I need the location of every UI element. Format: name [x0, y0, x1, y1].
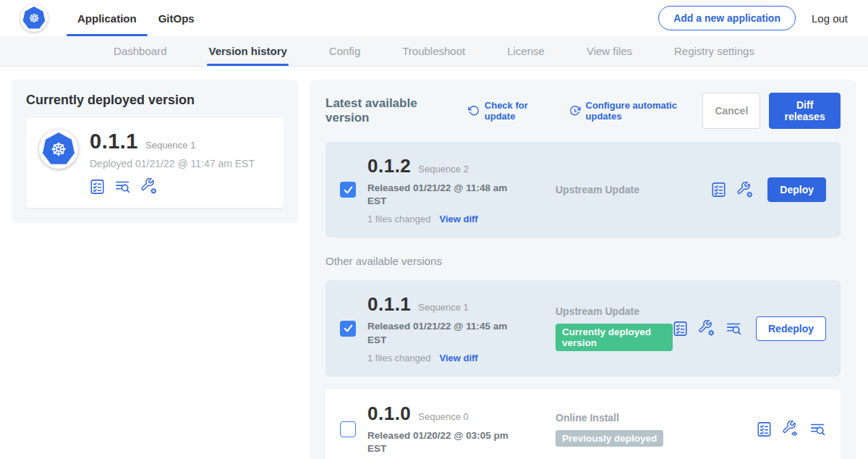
- version-number: 0.1.0: [367, 403, 411, 425]
- tab-gitops[interactable]: GitOps: [148, 0, 205, 36]
- preflight-checks-icon[interactable]: [90, 179, 105, 195]
- version-row-0-1-0: 0.1.0 Sequence 0 Released 01/20/22 @ 03:…: [326, 389, 841, 459]
- preflight-checks-icon[interactable]: [673, 321, 688, 337]
- files-changed-label: 1 files changed: [367, 214, 430, 224]
- view-logs-icon[interactable]: [726, 321, 742, 336]
- view-logs-icon[interactable]: [810, 421, 826, 437]
- app-sub-nav: Dashboard Version history Config Trouble…: [0, 36, 868, 67]
- subnav-license[interactable]: License: [507, 36, 545, 66]
- subnav-troubleshoot[interactable]: Troubleshoot: [402, 36, 465, 66]
- version-source-label: Upstream Update: [556, 184, 711, 195]
- subnav-view-files[interactable]: View files: [587, 36, 632, 66]
- view-config-icon[interactable]: [783, 421, 799, 437]
- redeploy-button[interactable]: Redeploy: [756, 316, 826, 341]
- deployed-timestamp: Deployed 01/21/22 @ 11:47 am EST: [90, 158, 255, 169]
- version-number: 0.1.1: [367, 293, 411, 316]
- previously-deployed-badge: Previously deployed: [556, 430, 663, 447]
- available-versions-panel: Latest available version Check for updat…: [310, 80, 856, 459]
- deployed-version-card: ☸ 0.1.1 Sequence 1 Deployed 01/21/22 @ 1…: [26, 118, 284, 208]
- other-versions-title: Other available versions: [326, 255, 841, 267]
- edit-config-icon[interactable]: [141, 178, 158, 195]
- files-changed-label: 1 files changed: [367, 353, 430, 363]
- kubernetes-logo-icon: ☸: [22, 7, 46, 30]
- released-timestamp: Released 01/21/22 @ 11:45 am EST: [367, 320, 512, 346]
- view-diff-link[interactable]: View diff: [439, 214, 477, 224]
- available-versions-header: Latest available version Check for updat…: [326, 93, 841, 129]
- sequence-label: Sequence 1: [418, 302, 468, 313]
- version-number: 0.1.2: [367, 155, 411, 177]
- subnav-registry-settings[interactable]: Registry settings: [674, 36, 754, 66]
- app-icon: ☸: [39, 130, 78, 169]
- currently-deployed-title: Currently deployed version: [26, 93, 284, 108]
- version-checkbox[interactable]: [340, 182, 356, 198]
- clock-refresh-icon: [569, 105, 581, 117]
- currently-deployed-panel: Currently deployed version ☸ 0.1.1 Seque…: [12, 80, 298, 224]
- subnav-version-history[interactable]: Version history: [208, 36, 286, 66]
- edit-config-icon[interactable]: [699, 320, 715, 337]
- top-nav: ☸ Application GitOps Add a new applicati…: [0, 0, 868, 36]
- version-row-0-1-2: 0.1.2 Sequence 2 Released 01/21/22 @ 11:…: [326, 142, 841, 237]
- configure-automatic-updates-link[interactable]: Configure automatic updates: [569, 100, 703, 122]
- preflight-checks-icon[interactable]: [757, 421, 772, 437]
- version-source-label: Online Install: [556, 412, 757, 424]
- app-tabs: Application GitOps: [67, 0, 205, 36]
- deploy-button[interactable]: Deploy: [767, 177, 826, 202]
- released-timestamp: Released 01/20/22 @ 03:05 pm EST: [367, 429, 512, 455]
- refresh-icon: [468, 105, 480, 117]
- version-checkbox[interactable]: [340, 421, 356, 437]
- diff-releases-button[interactable]: Diff releases: [769, 93, 841, 129]
- view-diff-link[interactable]: View diff: [439, 353, 477, 363]
- app-logo: ☸: [20, 4, 48, 32]
- view-logs-icon[interactable]: [115, 179, 131, 194]
- add-application-button[interactable]: Add a new application: [658, 6, 796, 30]
- kubernetes-logo-icon: ☸: [42, 132, 75, 166]
- logout-button[interactable]: Log out: [812, 12, 848, 25]
- sequence-label: Sequence 2: [418, 164, 468, 174]
- deployed-sequence-label: Sequence 1: [145, 140, 195, 151]
- released-timestamp: Released 01/21/22 @ 11:48 am EST: [367, 182, 512, 208]
- latest-available-title: Latest available version: [326, 96, 452, 125]
- checkmark-icon: [342, 184, 354, 196]
- version-row-0-1-1: 0.1.1 Sequence 1 Released 01/21/22 @ 11:…: [326, 280, 841, 376]
- sequence-label: Sequence 0: [418, 411, 468, 422]
- version-source-label: Upstream Update: [556, 306, 673, 317]
- currently-deployed-badge: Currently deployed version: [556, 324, 673, 351]
- subnav-dashboard[interactable]: Dashboard: [114, 36, 166, 66]
- tab-application[interactable]: Application: [67, 0, 148, 36]
- version-checkbox[interactable]: [340, 321, 356, 337]
- topnav-right: Add a new application Log out: [658, 6, 848, 30]
- checkmark-icon: [342, 322, 354, 334]
- subnav-config[interactable]: Config: [329, 36, 360, 66]
- cancel-button[interactable]: Cancel: [702, 93, 760, 129]
- preflight-checks-icon[interactable]: [711, 182, 726, 198]
- check-for-update-link[interactable]: Check for update: [468, 100, 553, 122]
- main-content: Currently deployed version ☸ 0.1.1 Seque…: [0, 67, 868, 459]
- deployed-version-number: 0.1.1: [90, 130, 138, 153]
- edit-config-icon[interactable]: [737, 182, 754, 198]
